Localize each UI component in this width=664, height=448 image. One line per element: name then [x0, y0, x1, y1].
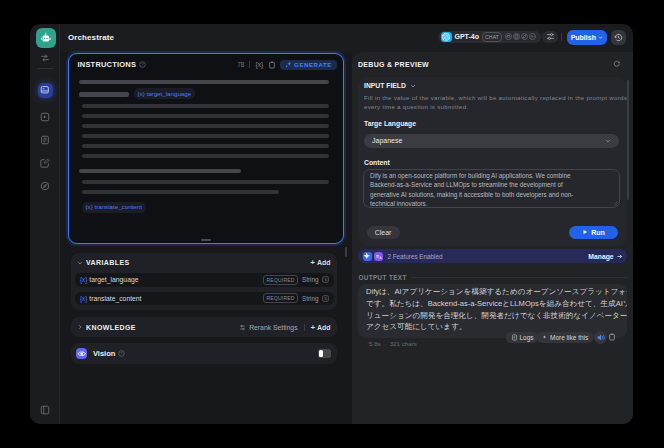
svg-text:S: S [324, 278, 327, 282]
svg-text:?: ? [141, 62, 144, 67]
svg-text:S: S [324, 297, 327, 301]
svg-text:?: ? [121, 351, 124, 356]
